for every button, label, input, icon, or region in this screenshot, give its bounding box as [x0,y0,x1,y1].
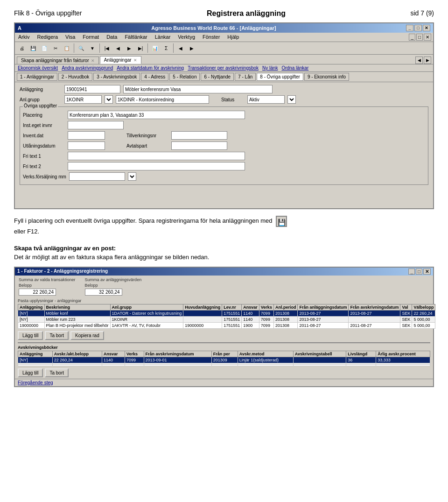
search-button[interactable]: 🔍 [76,43,86,53]
status-select[interactable] [287,95,296,104]
nav-tab-7[interactable]: 7 - Lån [235,73,256,81]
placering-input[interactable] [68,111,245,119]
col-avskr-arlig: Årlig avskr.procent [376,351,430,357]
toolbar-sep-1 [74,43,74,53]
print-button[interactable]: 🖨 [17,43,27,53]
subtoolbar-transaktioner[interactable]: Transaktioner per avskrivningsbok [188,65,259,71]
invent-label: Invent.dat [23,133,65,138]
subtoolbar-startdatum[interactable]: Andra startdatum för avskrivning [117,65,184,71]
fri-text2-input[interactable] [68,162,245,170]
foregaende-steg-link[interactable]: Föregående steg [18,380,53,385]
subtoolbar-avskrivningsgrund[interactable]: Andra avskrivningsgrund [62,65,113,71]
new-button[interactable]: 📄 [39,43,49,53]
table1-row[interactable]: [NY]Möbler rum 2231KOINR1751551114070992… [18,316,435,322]
save-button[interactable]: 💾 [28,43,38,53]
app-window-2: 1 - Fakturor - 2 - Anläggningsregistreri… [14,267,434,387]
menu-format[interactable]: Format [81,34,100,41]
tillverkningsnr-input[interactable] [171,131,227,140]
nav-tab-5[interactable]: 5 - Relation [169,73,200,81]
subtoolbar-ekonomisk[interactable]: Ekonomisk översikt [18,65,58,71]
first-button[interactable]: |◀ [102,43,112,53]
fri-text1-input[interactable] [68,152,245,160]
anlaggning-desc-input[interactable] [123,85,273,93]
maximize-button[interactable]: □ [414,25,422,31]
toolbar-sep-4 [173,43,174,53]
nav-tab-6[interactable]: 6 - Nyttjande [201,73,234,81]
last-button[interactable]: ▶| [135,43,146,53]
menu-redigera[interactable]: Redigera [35,34,59,41]
tab-skapa-anlaggningar[interactable]: Skapa anläggningar från fakturor ✕ [17,57,99,64]
nav-tab-4[interactable]: 4 - Adress [141,73,168,81]
lagg-till-btn-1[interactable]: Lägg till [18,331,43,340]
table1-row[interactable]: 19000000Plan B HD-projektor med tillbehö… [18,322,435,328]
col-avskr-tabell: Avskrivningstabell [293,351,346,357]
menu-fonster[interactable]: Fönster [201,34,221,41]
nav-tab-1[interactable]: 1 - Anläggningar [17,73,57,81]
inst-input[interactable] [68,121,124,129]
nav-tab-3[interactable]: 3 - Avskrivningsbok [93,73,140,81]
w2-min-btn[interactable]: _ [408,269,415,275]
table2-row[interactable] [18,364,430,366]
arrow-right-button[interactable]: ▶ [187,43,197,53]
nav-tab-2[interactable]: 2 - Huvudbok [58,73,92,81]
verks-select[interactable] [128,172,136,181]
copy-button[interactable]: 📋 [62,43,72,53]
w2-max-btn[interactable]: □ [416,269,422,275]
filter-button[interactable]: ▼ [87,43,98,53]
toolbar-restore-btn[interactable]: □ [416,34,423,41]
minimize-button[interactable]: _ [406,25,413,31]
toolbar-close-btn[interactable]: ✕ [424,34,431,41]
col-avskr-fran-datum: Från avskrivningsdatum [144,351,211,357]
subtoolbar-ny-lank[interactable]: Ny länk [262,65,278,71]
w2-close-btn[interactable]: ✕ [423,269,431,275]
table2-row[interactable]: [NY]22 260,24114070992013-09-01201309Lin… [18,357,430,363]
prev-button[interactable]: ◀ [113,43,123,53]
col-fran-anl-datum: Från anläggningsdatum [298,304,349,310]
arrow-left-button[interactable]: ◀ [175,43,186,53]
tab-anlaggningar[interactable]: Anläggningar ✕ [100,56,141,64]
table1-row[interactable]: [NY]Möbler konf1DATOR - Datorer och krin… [18,310,435,316]
anlgrupp-input[interactable] [64,95,102,104]
form-area: Anläggning Anl.grupp Status Övriga uppgi… [15,82,433,208]
app-window-1: A Agresso Business World Route 66 - [Anl… [14,22,434,209]
menu-data[interactable]: Data [105,34,119,41]
col-avskr-verks: Verks [125,351,144,357]
avtalspart-input[interactable] [171,141,227,150]
nav-tabs-row: 1 - Anläggningar 2 - Huvudbok 3 - Avskri… [15,72,433,82]
subtoolbar-ordna-lankar[interactable]: Ordna länkar [281,65,308,71]
menu-verktyg[interactable]: Verktyg [176,34,196,41]
subtoolbar: Ekonomisk översikt Andra avskrivningsgru… [15,64,433,72]
toolbar-size-btn[interactable]: _ [409,34,415,41]
ta-bort-btn-1[interactable]: Ta bort [45,331,69,340]
col-val: Val [400,304,412,310]
menu-arkiv[interactable]: Arkiv [17,34,31,41]
col-fran-avskr-datum: Från avskrivningsdatum [349,304,400,310]
chart-button[interactable]: 📊 [150,43,160,53]
tab-close-2[interactable]: ✕ [133,58,137,63]
close-button[interactable]: ✕ [423,25,430,31]
next-button[interactable]: ▶ [124,43,134,53]
ta-bort-btn-2[interactable]: Ta bort [45,368,69,377]
kopiera-rad-btn[interactable]: Kopiera rad [70,331,104,340]
menu-hjalp[interactable]: Hjälp [226,34,240,41]
anlgrupp-select[interactable] [105,95,113,104]
menu-visa[interactable]: Visa [64,34,77,41]
tab-nav-right[interactable]: ▶ [424,57,431,64]
invent-input[interactable] [68,131,105,140]
tab-nav-left[interactable]: ◀ [415,57,423,64]
nav-tab-9[interactable]: 9 - Ekonomisk info [304,73,349,81]
utlaningsdatum-row: Utlåningsdatum Avtalspart [23,141,425,150]
menu-faltlankar[interactable]: Fältlänkar [123,34,148,41]
utlaningsdatum-input[interactable] [68,141,105,150]
menu-lankar[interactable]: Länkar [154,34,172,41]
verks-input[interactable] [69,172,125,181]
sum-button[interactable]: Σ [161,43,171,53]
nav-tab-8[interactable]: 8 - Övriga uppgifter [257,73,303,81]
summa-valda-group: Summa av valda transaktioner Belopp 22 2… [19,277,76,296]
anlaggning-input[interactable] [64,85,120,93]
table1-section: Pasta upplysningar - anläggningar Anlägg… [15,297,433,330]
tab-close-1[interactable]: ✕ [91,58,95,63]
cut-button[interactable]: ✂ [50,43,61,53]
avskrivning-table: Anläggning Avskr./akt.belopp Ansvar Verk… [18,351,430,366]
lagg-till-btn-2[interactable]: Lägg till [18,368,43,377]
